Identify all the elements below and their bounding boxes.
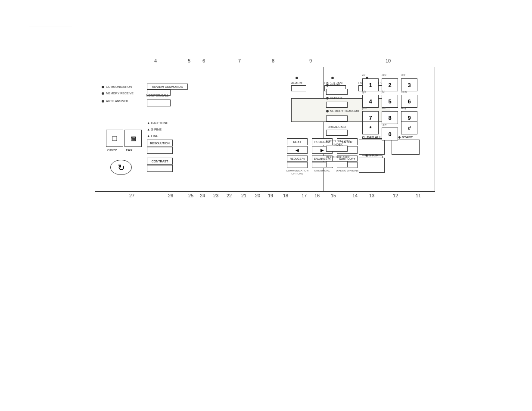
bottom-num-27: 27 xyxy=(129,193,134,198)
fax-icon: ▩ xyxy=(131,135,136,142)
report-led xyxy=(326,97,329,100)
sfine-label: ▲ S-FINE xyxy=(147,128,162,131)
book-doc-label: BOOK DOC SIDE xyxy=(325,156,351,159)
paper-jam-led xyxy=(331,77,334,79)
next-indicator[interactable]: ◀ xyxy=(287,146,308,154)
bottom-num-21: 21 xyxy=(241,193,246,198)
bottom-num-14: 14 xyxy=(352,193,358,198)
fax-label: FAX xyxy=(126,148,133,153)
auto-answer-row: AUTO ANSWER xyxy=(102,100,128,103)
key-5-btn[interactable]: 5 xyxy=(382,95,398,108)
key-0-btn[interactable]: 0 xyxy=(382,128,398,140)
bottom-num-25: 25 xyxy=(188,193,193,198)
halftone-label: ▲ HALFTONE xyxy=(147,121,168,125)
report-label: REPORT xyxy=(330,97,342,100)
top-num-5: 5 xyxy=(188,58,190,63)
copy-icon-area: □ xyxy=(106,130,123,147)
bottom-num-22: 22 xyxy=(227,193,232,198)
group-dial-label: GROUP DIAL xyxy=(310,169,335,172)
bottom-num-13: 13 xyxy=(369,193,374,198)
bottom-num-17: 17 xyxy=(302,193,307,198)
top-num-8: 8 xyxy=(272,58,274,63)
top-num-7: 7 xyxy=(238,58,241,63)
memory-transmit-btn[interactable] xyxy=(326,115,348,121)
page-container: 4 5 6 7 8 9 10 3 2 1 COMMUNICATION MEMOR… xyxy=(0,0,532,411)
alarm-btn[interactable] xyxy=(291,85,306,91)
resolution-indicator xyxy=(147,147,173,154)
monitor-call-btn[interactable] xyxy=(147,100,171,106)
stamp-label: STAMP xyxy=(330,84,340,87)
key-6-btn[interactable]: 6 xyxy=(401,95,417,108)
book-doc-btn[interactable] xyxy=(326,161,348,167)
speed-dial-btn[interactable] xyxy=(326,146,348,152)
panel-divider xyxy=(324,67,324,191)
next-btn[interactable]: NEXT xyxy=(287,138,308,145)
reduce-indicator[interactable] xyxy=(287,162,308,168)
communication-led xyxy=(102,86,104,88)
auto-answer-led xyxy=(102,100,104,103)
report-btn[interactable] xyxy=(326,102,348,108)
rotate-copy-btn[interactable]: ↻ xyxy=(110,160,132,175)
reduce-btn[interactable]: REDUCE % xyxy=(287,156,308,162)
top-line xyxy=(29,27,72,27)
memory-receive-led xyxy=(102,92,104,95)
stop-btn[interactable] xyxy=(359,158,385,173)
communication-row: COMMUNICATION xyxy=(102,85,132,89)
key-1-btn[interactable]: 1 xyxy=(362,78,379,91)
clear-all-btn[interactable] xyxy=(359,140,385,155)
communication-label: COMMUNICATION xyxy=(106,85,132,89)
memory-receive-row: MEMORY RECEIVE xyxy=(102,92,134,95)
bottom-num-16: 16 xyxy=(314,193,320,198)
key-4-btn[interactable]: 4 xyxy=(362,95,379,108)
memory-transmit-label: MEMORY TRANSMIT xyxy=(330,109,360,113)
stop-label: ◉ STOP xyxy=(359,153,385,158)
bottom-num-12: 12 xyxy=(393,193,398,198)
stamp-row: STAMP xyxy=(326,84,340,87)
key-8-btn[interactable]: 8 xyxy=(382,111,398,124)
fine-label: ▲ FINE xyxy=(147,134,159,138)
reduce-label: REDUCE % xyxy=(289,157,305,160)
broadcast-btn[interactable] xyxy=(326,130,348,136)
bottom-num-20: 20 xyxy=(255,193,260,198)
rotate-icon: ↻ xyxy=(118,162,125,173)
bottom-num-18: 18 xyxy=(283,193,288,198)
next-label: NEXT xyxy=(293,140,302,143)
bottom-num-26: 26 xyxy=(168,193,173,198)
main-panel: COMMUNICATION MEMORY RECEIVE AUTO ANSWER… xyxy=(95,67,435,192)
memory-receive-label: MEMORY RECEIVE xyxy=(106,92,134,95)
review-commands-btn[interactable]: REVIEW COMMANDS xyxy=(147,84,188,90)
key-2-btn[interactable]: 2 xyxy=(382,78,398,91)
resolution-btn[interactable]: RESOLUTION xyxy=(147,140,173,146)
key-3-btn[interactable]: 3 xyxy=(401,78,417,91)
report-row: REPORT xyxy=(326,97,342,100)
copy-label: COPY xyxy=(107,148,117,153)
contrast-indicator xyxy=(147,165,173,172)
contrast-btn[interactable]: CONTRAST xyxy=(147,158,173,165)
bottom-num-24: 24 xyxy=(200,193,205,198)
top-num-9: 9 xyxy=(309,58,312,63)
fax-icon-area: ▩ xyxy=(124,130,142,147)
bottom-vertical-line xyxy=(266,192,266,403)
stamp-led xyxy=(326,84,329,87)
memory-transmit-led xyxy=(326,110,329,112)
key-hash-btn[interactable]: # xyxy=(401,121,417,134)
memory-transmit-row: MEMORY TRANSMIT xyxy=(326,109,360,113)
start-btn[interactable] xyxy=(392,140,420,155)
top-num-6: 6 xyxy=(202,58,205,63)
top-num-10: 10 xyxy=(386,58,391,63)
bottom-num-11: 11 xyxy=(416,193,421,198)
copy-icon: □ xyxy=(112,134,117,143)
broadcast-label: BROADCAST xyxy=(325,125,349,129)
alarm-label: ALARM xyxy=(291,81,302,85)
stamp-btn[interactable] xyxy=(326,89,348,95)
alarm-led xyxy=(296,77,298,79)
clear-all-label: CLEAR ALL xyxy=(359,135,385,140)
bottom-num-19: 19 xyxy=(268,193,273,198)
comm-options-label: COMMUNICATION OPTIONS xyxy=(285,169,310,175)
monitor-call-label: MONITOR/CALL xyxy=(146,94,168,97)
bottom-num-23: 23 xyxy=(213,193,218,198)
auto-answer-label: AUTO ANSWER xyxy=(106,100,128,103)
key-star-btn[interactable]: * xyxy=(362,121,379,134)
top-num-4: 4 xyxy=(154,58,157,63)
dialing-options-label: DIALING OPTIONS xyxy=(335,169,360,172)
